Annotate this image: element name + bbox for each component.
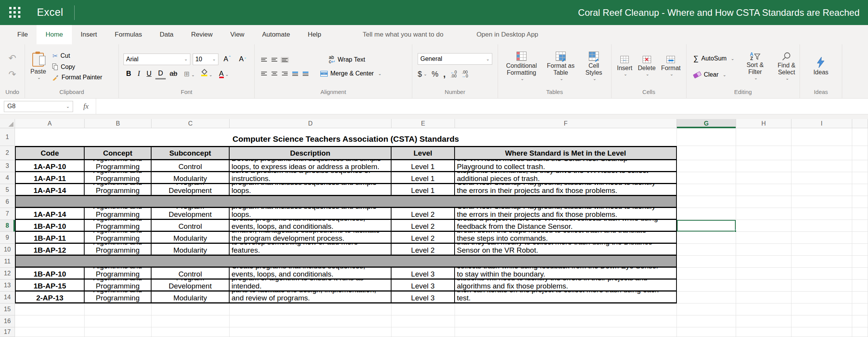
cell-partial8[interactable]	[852, 220, 868, 232]
cell-partial6[interactable]	[852, 196, 868, 208]
cell-G16[interactable]	[677, 315, 736, 327]
cell-I3[interactable]	[791, 160, 852, 172]
cell-C7[interactable]: ProgramDevelopment	[152, 208, 230, 220]
row-header-3[interactable]: 3	[0, 160, 15, 172]
cell-I9[interactable]	[791, 232, 852, 244]
font-color-button[interactable]: A ⌄	[217, 69, 232, 79]
underline-button[interactable]: U	[144, 69, 154, 79]
cell-partial5[interactable]	[852, 184, 868, 196]
cell-C3[interactable]: Control	[152, 160, 230, 172]
tab-help[interactable]: Help	[299, 25, 330, 44]
cell-D17[interactable]	[230, 327, 392, 337]
cell-C17[interactable]	[152, 327, 230, 337]
cell-I15[interactable]	[791, 303, 852, 315]
table-header-level[interactable]: Level	[392, 146, 455, 160]
cut-button[interactable]: ✂ Cut	[50, 51, 105, 61]
cell-G17[interactable]	[677, 327, 736, 337]
select-all-corner[interactable]	[0, 119, 15, 128]
sort-filter-button[interactable]: AZ Sort & Filter⌄	[742, 52, 768, 80]
cell-G7[interactable]	[677, 208, 736, 220]
cell-partial15[interactable]	[852, 303, 868, 315]
cell-F12[interactable]: collects trash while using feedback from…	[455, 268, 677, 280]
cell-E16[interactable]	[392, 315, 455, 327]
row-header-17[interactable]: 17	[0, 327, 15, 337]
cell-H1[interactable]	[736, 128, 791, 146]
cell-H2[interactable]	[736, 146, 791, 160]
cell-D3[interactable]: Develop programs with sequences and simp…	[230, 160, 392, 172]
delete-cells-button[interactable]: ✕ Delete⌄	[638, 56, 656, 77]
cell-H6[interactable]	[736, 196, 791, 208]
cell-F8[interactable]: create a project where the VR Robot coll…	[455, 220, 677, 232]
cell-I4[interactable]	[791, 172, 852, 184]
cell-partial3[interactable]	[852, 160, 868, 172]
cell-styles-button[interactable]: Cell Styles⌄	[581, 52, 606, 81]
cell-C10[interactable]: Modularity	[152, 244, 230, 256]
increase-decimal-button[interactable]: ←0.00	[450, 70, 457, 78]
cell-E14[interactable]: Level 3	[392, 292, 455, 303]
wrap-text-button[interactable]: abc↩ Wrap Text	[327, 54, 368, 65]
cell-F14[interactable]: then can iterate on the project to colle…	[455, 292, 677, 303]
cell-H11[interactable]	[736, 256, 791, 268]
name-box[interactable]: G8⌄	[4, 101, 73, 112]
separator-row-11[interactable]	[15, 256, 677, 268]
cell-F10[interactable]: that they can modify to collect more tra…	[455, 244, 677, 256]
cell-partial7[interactable]	[852, 208, 868, 220]
cell-I5[interactable]	[791, 184, 852, 196]
cell-C4[interactable]: Modularity	[152, 172, 230, 184]
redo-icon[interactable]: ↷	[8, 69, 16, 80]
cell-H14[interactable]	[736, 292, 791, 303]
cell-D16[interactable]	[230, 315, 392, 327]
row-header-8[interactable]: 8	[0, 220, 15, 232]
column-header-C[interactable]: C	[152, 119, 230, 128]
column-header-A[interactable]: A	[15, 119, 85, 128]
column-header-partial[interactable]	[852, 119, 868, 128]
cell-B13[interactable]: Algorithms andProgramming	[85, 280, 152, 292]
tab-formulas[interactable]: Formulas	[106, 25, 151, 44]
cell-partial17[interactable]	[852, 327, 868, 337]
row-header-6[interactable]: 6	[0, 196, 15, 208]
cell-G13[interactable]	[677, 280, 736, 292]
cell-E10[interactable]: Level 2	[392, 244, 455, 256]
row-header-11[interactable]: 11	[0, 256, 15, 268]
cell-C5[interactable]: ProgramDevelopment	[152, 184, 230, 196]
decrease-decimal-button[interactable]: .00→0	[461, 70, 468, 78]
cell-B14[interactable]: Algorithms andProgramming	[85, 292, 152, 303]
cell-F7[interactable]: Coral Reef Cleanup Playground, students …	[455, 208, 677, 220]
cell-A17[interactable]	[15, 327, 85, 337]
top-align-button[interactable]	[260, 57, 268, 63]
cell-E4[interactable]: Level 1	[392, 172, 455, 184]
cell-F17[interactable]	[455, 327, 677, 337]
cell-H7[interactable]	[736, 208, 791, 220]
cell-D8[interactable]: Create programs that include sequences,e…	[230, 220, 392, 232]
cell-partial10[interactable]	[852, 244, 868, 256]
row-header-7[interactable]: 7	[0, 208, 15, 220]
column-header-G[interactable]: G	[677, 119, 736, 128]
cell-partial2[interactable]	[852, 146, 868, 160]
find-select-button[interactable]: Find & Select⌄	[773, 52, 800, 81]
format-as-table-button[interactable]: Format as Table⌄	[545, 52, 576, 81]
font-family-select[interactable]: Arial⌄	[123, 54, 190, 65]
cell-F13[interactable]: students will need to identify the error…	[455, 280, 677, 292]
cell-A15[interactable]	[15, 303, 85, 315]
cell-I12[interactable]	[791, 268, 852, 280]
cell-H13[interactable]	[736, 280, 791, 292]
cell-B5[interactable]: Algorithms andProgramming	[85, 184, 152, 196]
cell-E15[interactable]	[392, 303, 455, 315]
tab-data[interactable]: Data	[151, 25, 182, 44]
cell-partial4[interactable]	[852, 172, 868, 184]
table-header-description[interactable]: Description	[230, 146, 392, 160]
cell-E12[interactable]: Level 3	[392, 268, 455, 280]
cell-B15[interactable]	[85, 303, 152, 315]
cell-A16[interactable]	[15, 315, 85, 327]
cell-C8[interactable]: Control	[152, 220, 230, 232]
cell-A7[interactable]: 1A-AP-14	[15, 208, 85, 220]
autosum-button[interactable]: ∑ AutoSum⌄	[691, 53, 737, 64]
cell-I2[interactable]	[791, 146, 852, 160]
cell-A14[interactable]: 2-AP-13	[15, 292, 85, 303]
cell-G9[interactable]	[677, 232, 736, 244]
cell-D9[interactable]: smaller, manageable subproblems to facil…	[230, 232, 392, 244]
cell-D13[interactable]: program or algorithm to ensure it runs a…	[230, 280, 392, 292]
cell-C9[interactable]: Modularity	[152, 232, 230, 244]
column-header-F[interactable]: F	[455, 119, 677, 128]
row-header-10[interactable]: 10	[0, 244, 15, 256]
